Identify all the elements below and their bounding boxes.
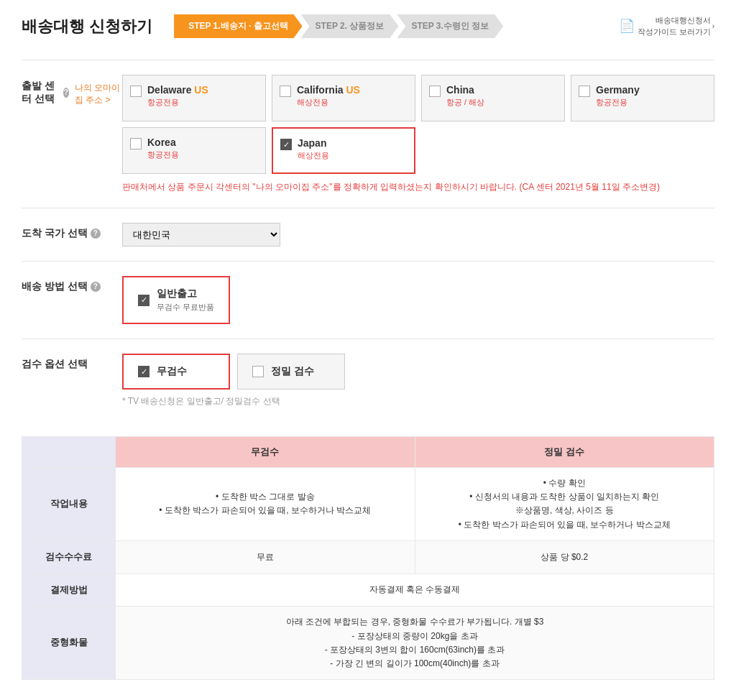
doc-icon: 📄 [619,17,635,35]
inspect-no-checkbox [138,366,150,377]
method-normal[interactable]: 일반출고 무검수 무료반품 [122,276,230,324]
inspection-section: 검수 옵션 선택 무검수 정밀 검수 * TV 배송신청은 일반출고/ 정밀검수… [22,339,714,422]
step-1: STEP 1.배송지 · 출고선택 [174,14,302,38]
center-korea[interactable]: Korea항공전용 [122,127,266,174]
table-cell-1-col2: 상품 당 $0.2 [415,540,714,574]
center-selection: Delaware US항공전용California US해상전용China항공 … [122,75,714,193]
table-header-precise: 정밀 검수 [415,437,714,468]
comparison-table-wrap: 무검수 정밀 검수 작업내용• 도착한 박스 그대로 발송 • 도착한 박스가 … [22,436,714,680]
shipping-method-content: 일반출고 무검수 무료반품 [122,276,714,324]
center-japan-sub: 해상전용 [298,150,329,161]
chevron-right-icon: › [712,22,714,32]
table-row-header-1: 검수수수료 [22,540,116,574]
destination-label: 도착 국가 선택 ? [22,223,122,240]
center-germany-checkbox [579,86,590,97]
method-cards: 일반출고 무검수 무료반품 [122,276,714,324]
method-normal-checkbox [138,295,150,306]
center-delaware-checkbox [130,86,142,97]
table-row-header-0: 작업내용 [22,468,116,541]
departure-section: 출발 센터 선택 ? 나의 오마이집 주소 > Delaware US항공전용C… [22,60,714,208]
shipping-method-section: 배송 방법 선택 ? 일반출고 무검수 무료반품 [22,261,714,339]
country-select[interactable]: 대한민국 [122,223,280,247]
center-germany[interactable]: Germany항공전용 [571,75,714,121]
table-cell-2-merged: 자동결제 혹은 수동결제 [116,574,714,607]
inspect-cards: 무검수 정밀 검수 [122,354,714,390]
center-china-sub: 항공 / 해상 [446,97,484,108]
step-bar: STEP 1.배송지 · 출고선택 STEP 2. 상품정보 STEP 3.수령… [174,14,604,38]
center-china-checkbox [429,86,441,97]
inspection-content: 무검수 정밀 검수 * TV 배송신청은 일반출고/ 정밀검수 선택 [122,354,714,407]
table-cell-0-col1: • 도착한 박스 그대로 발송 • 도착한 박스가 파손되어 있을 때, 보수하… [116,468,415,541]
center-korea-checkbox [130,138,142,149]
table-cell-0-col2: • 수량 확인 • 신청서의 내용과 도착한 상품이 일치하는지 확인 ※상품명… [415,468,714,541]
my-address-link[interactable]: 나의 오마이집 주소 > [75,82,122,106]
center-delaware-sub: 항공전용 [147,97,208,108]
table-cell-1-col1: 무료 [116,540,415,574]
guide-link[interactable]: 📄 배송대행신청서작성가이드 보러가기 › [619,15,714,37]
method-normal-name: 일반출고 [157,287,214,300]
inspect-no[interactable]: 무검수 [122,354,230,390]
center-japan-name: Japan [298,137,329,149]
inspection-label: 검수 옵션 선택 [22,354,122,371]
center-china[interactable]: China항공 / 해상 [421,75,565,121]
center-korea-sub: 항공전용 [147,149,179,160]
step-2: STEP 2. 상품정보 [301,14,399,38]
departure-label: 출발 센터 선택 ? 나의 오마이집 주소 > [22,75,122,106]
center-delaware-name: Delaware US [147,84,208,96]
center-notice: 판매처에서 상품 주문시 각센터의 "나의 오마이집 주소"를 정확하게 입력하… [122,181,714,193]
center-grid: Delaware US항공전용California US해상전용China항공 … [122,75,714,174]
inspect-precise-checkbox [252,366,264,377]
info-icon-2[interactable]: ? [91,229,101,239]
table-row-header-3: 중형화물 [22,607,116,680]
center-california-sub: 해상전용 [297,97,360,108]
center-japan[interactable]: Japan해상전용 [272,127,415,174]
center-california-checkbox [280,86,291,97]
shipping-method-label: 배송 방법 선택 ? [22,276,122,293]
inspect-precise-name: 정밀 검수 [271,365,314,378]
method-normal-sub: 무검수 무료반품 [157,302,214,313]
center-california-name: California US [297,84,360,96]
comparison-table: 무검수 정밀 검수 작업내용• 도착한 박스 그대로 발송 • 도착한 박스가 … [22,436,714,680]
center-china-name: China [446,84,484,96]
destination-content: 대한민국 [122,223,714,247]
center-korea-name: Korea [147,137,179,148]
center-japan-checkbox [280,139,292,150]
inspect-no-name: 무검수 [157,365,187,378]
tv-notice: * TV 배송신청은 일반출고/ 정밀검수 선택 [122,395,714,407]
table-row-header-2: 결제방법 [22,574,116,607]
center-germany-name: Germany [596,84,640,96]
table-header-empty [22,437,116,468]
page-title: 배송대행 신청하기 [22,16,152,37]
inspect-precise[interactable]: 정밀 검수 [237,354,345,390]
info-icon-3[interactable]: ? [91,282,101,292]
info-icon[interactable]: ? [63,88,69,98]
table-header-no-inspect: 무검수 [116,437,415,468]
destination-section: 도착 국가 선택 ? 대한민국 [22,208,714,261]
center-california[interactable]: California US해상전용 [272,75,415,121]
center-germany-sub: 항공전용 [596,97,640,108]
table-cell-3-merged: 아래 조건에 부합되는 경우, 중형화물 수수료가 부가됩니다. 개별 $3 -… [116,607,714,680]
step-3: STEP 3.수령인 정보 [397,14,503,38]
center-delaware[interactable]: Delaware US항공전용 [122,75,266,121]
